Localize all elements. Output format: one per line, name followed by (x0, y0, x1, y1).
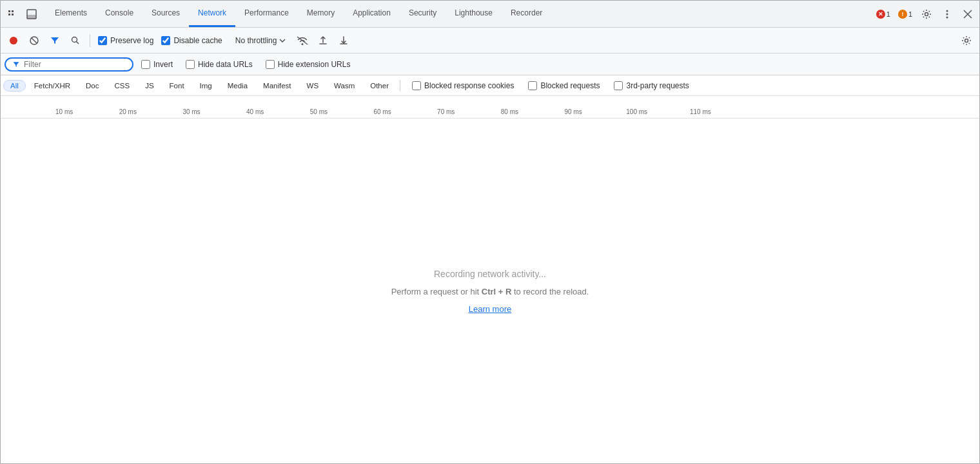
3rd-party-label[interactable]: 3rd-party requests (611, 80, 691, 92)
type-btn-fetch-xhr[interactable]: Fetch/XHR (27, 80, 77, 92)
tab-console[interactable]: Console (96, 1, 142, 27)
hide-ext-urls-checkbox[interactable] (266, 60, 275, 69)
toolbar: Preserve log Disable cache No throttling (1, 28, 979, 53)
filter-input-wrap (5, 57, 133, 72)
timeline-marker: 50 ms (310, 108, 328, 115)
blocked-requests-text: Blocked requests (540, 81, 600, 90)
svg-rect-5 (27, 15, 36, 19)
empty-title: Recording network activity... (434, 269, 546, 279)
invert-checkbox[interactable] (141, 60, 150, 69)
timeline-marker: 80 ms (501, 108, 518, 115)
search-btn[interactable] (66, 32, 84, 50)
3rd-party-text: 3rd-party requests (626, 81, 689, 90)
type-btn-font[interactable]: Font (162, 80, 191, 92)
type-btn-js[interactable]: JS (138, 80, 161, 92)
tab-network[interactable]: Network (189, 1, 235, 27)
filter-row: Invert Hide data URLs Hide extension URL… (1, 53, 979, 75)
learn-more-link[interactable]: Learn more (469, 304, 511, 314)
timeline-marker: 20 ms (119, 108, 137, 115)
svg-rect-3 (12, 14, 14, 15)
blocked-requests-label[interactable]: Blocked requests (525, 80, 602, 92)
download-icon (338, 35, 349, 46)
hide-data-urls-label[interactable]: Hide data URLs (183, 59, 255, 70)
preserve-log-checkbox[interactable] (98, 36, 107, 45)
tab-elements[interactable]: Elements (46, 1, 96, 27)
tab-lighthouse[interactable]: Lighthouse (446, 1, 502, 27)
import-btn[interactable] (314, 32, 332, 50)
svg-point-7 (946, 10, 948, 12)
svg-point-6 (925, 12, 928, 15)
cursor-icon-btn[interactable] (3, 5, 21, 23)
type-btn-all[interactable]: All (3, 80, 26, 92)
blocked-cookies-label[interactable]: Blocked response cookies (409, 80, 516, 92)
timeline-marker: 100 ms (626, 108, 647, 115)
empty-subtitle-post: to record the reload. (511, 287, 589, 296)
timeline-marker: 30 ms (182, 108, 200, 115)
warning-dot: ! (898, 10, 907, 19)
blocked-requests-checkbox[interactable] (528, 81, 537, 90)
network-conditions-btn[interactable] (293, 32, 311, 50)
chevron-down-icon (279, 39, 286, 43)
type-btn-ws[interactable]: WS (300, 80, 326, 92)
tab-list: Elements Console Sources Network Perform… (46, 1, 874, 27)
gear-icon (961, 35, 972, 46)
hide-data-urls-checkbox[interactable] (186, 60, 195, 69)
type-filter-row: All Fetch/XHR Doc CSS JS Font Img Media … (1, 75, 979, 96)
type-sep (400, 80, 400, 92)
type-btn-css[interactable]: CSS (107, 80, 137, 92)
preserve-log-label[interactable]: Preserve log (95, 35, 156, 46)
filter-checkbox-group: Invert Hide data URLs Hide extension URL… (139, 59, 353, 70)
hide-data-urls-text: Hide data URLs (198, 60, 253, 69)
svg-point-18 (965, 39, 968, 42)
svg-rect-0 (8, 10, 10, 12)
tab-application[interactable]: Application (344, 1, 400, 27)
type-btn-doc[interactable]: Doc (79, 80, 106, 92)
type-btn-manifest[interactable]: Manifest (256, 80, 298, 92)
warning-count: 1 (908, 10, 912, 18)
invert-text: Invert (153, 60, 173, 69)
disable-cache-label[interactable]: Disable cache (159, 35, 224, 46)
3rd-party-checkbox[interactable] (614, 81, 623, 90)
filter-funnel-icon (12, 61, 20, 68)
blocked-cookies-checkbox[interactable] (412, 81, 421, 90)
throttle-label: No throttling (235, 36, 277, 45)
close-icon-btn[interactable] (959, 5, 977, 23)
more-icon-btn[interactable] (938, 5, 956, 23)
tab-memory[interactable]: Memory (298, 1, 344, 27)
error-badge[interactable]: ✕ 1 (874, 8, 893, 20)
network-settings-btn[interactable] (957, 32, 975, 50)
invert-label[interactable]: Invert (139, 59, 175, 70)
throttle-btn[interactable]: No throttling (230, 34, 291, 47)
dock-icon-btn[interactable] (23, 5, 41, 23)
tab-recorder[interactable]: Recorder (502, 1, 551, 27)
filter-input[interactable] (24, 60, 114, 69)
tab-performance[interactable]: Performance (235, 1, 298, 27)
timeline-row: 10 ms20 ms30 ms40 ms50 ms60 ms70 ms80 ms… (1, 96, 979, 119)
hide-ext-urls-label[interactable]: Hide extension URLs (263, 59, 353, 70)
clear-btn[interactable] (25, 32, 43, 50)
tab-sources[interactable]: Sources (142, 1, 189, 27)
type-btn-other[interactable]: Other (363, 80, 396, 92)
type-btn-img[interactable]: Img (193, 80, 219, 92)
record-btn[interactable] (5, 32, 23, 50)
type-btn-media[interactable]: Media (220, 80, 255, 92)
svg-point-9 (946, 16, 948, 18)
export-btn[interactable] (335, 32, 353, 50)
type-btn-wasm[interactable]: Wasm (327, 80, 362, 92)
timeline-marker: 10 ms (55, 108, 73, 115)
svg-point-15 (72, 37, 77, 42)
disable-cache-text: Disable cache (173, 36, 222, 45)
warning-badge[interactable]: ! 1 (896, 8, 915, 20)
tab-security[interactable]: Security (400, 1, 446, 27)
svg-point-12 (10, 37, 17, 44)
svg-rect-1 (12, 10, 14, 12)
wifi-icon (297, 36, 308, 45)
filter-icon-btn[interactable] (46, 32, 64, 50)
empty-subtitle-pre: Perform a request or hit (391, 287, 482, 296)
settings-icon-btn[interactable] (917, 5, 936, 23)
disable-cache-checkbox[interactable] (161, 36, 170, 45)
hide-ext-urls-text: Hide extension URLs (278, 60, 351, 69)
tab-bar-icons (3, 5, 41, 23)
timeline-marker: 70 ms (437, 108, 455, 115)
throttle-wrap: No throttling (230, 34, 291, 47)
